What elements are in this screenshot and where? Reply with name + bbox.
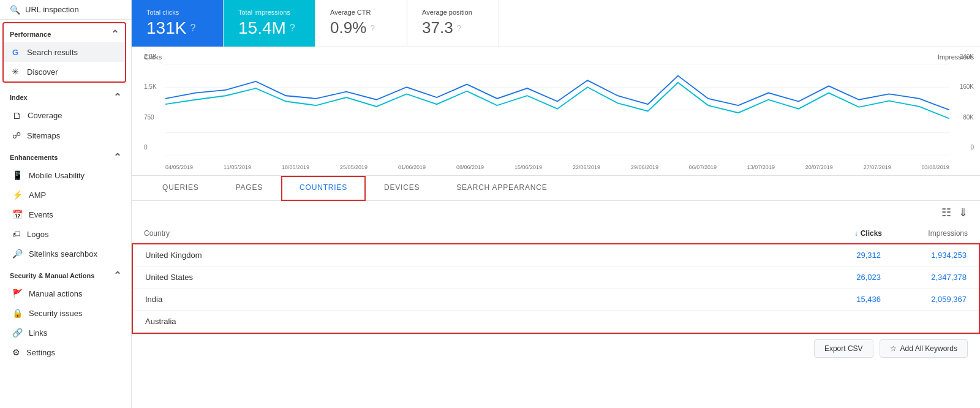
clicks-column-header: ↓ Clicks: [796, 229, 882, 238]
mobile-icon: 📱: [12, 170, 23, 180]
search-results-label: Search results: [27, 48, 78, 57]
table-row: India 15,436 2,059,367: [133, 289, 979, 311]
sitemaps-label: Sitemaps: [27, 131, 60, 140]
tab-pages[interactable]: PAGES: [217, 176, 281, 201]
chevron-up-icon-sec: ⌃: [113, 270, 121, 281]
index-section-header[interactable]: Index ⌃: [0, 85, 131, 105]
logos-label: Logos: [27, 230, 48, 239]
total-impressions-help-icon[interactable]: ?: [290, 23, 295, 34]
avg-position-box: Average position 37.3 ?: [407, 0, 499, 47]
sidebar-item-events[interactable]: 📅 Events: [0, 205, 126, 224]
sidebar-item-url-inspection[interactable]: 🔍 URL inspection: [0, 0, 131, 20]
logos-icon: 🏷: [12, 229, 21, 239]
discover-label: Discover: [27, 67, 58, 77]
manual-actions-label: Manual actions: [29, 289, 82, 298]
table-header: Country ↓ Clicks Impressions: [132, 224, 980, 243]
sidebar-item-discover[interactable]: ✳ Discover: [4, 62, 125, 81]
links-icon: 🔗: [12, 328, 23, 338]
country-name: India: [145, 295, 795, 304]
country-name: United Kingdom: [145, 251, 795, 260]
sidebar-item-manual-actions[interactable]: 🚩 Manual actions: [0, 284, 126, 303]
star-icon: ☆: [890, 344, 897, 353]
coverage-label: Coverage: [28, 111, 62, 120]
sitemaps-icon: ☍: [12, 130, 21, 140]
table-row: Australia: [133, 311, 979, 333]
chart-y-labels-right: 240K 160K 80K 0: [960, 53, 974, 151]
country-column-header: Country: [144, 229, 796, 238]
sidebar-item-links[interactable]: 🔗 Links: [0, 323, 126, 342]
amp-label: AMP: [29, 191, 46, 200]
avg-position-help-icon[interactable]: ?: [457, 23, 462, 33]
chevron-up-icon-index: ⌃: [113, 91, 121, 103]
country-name: Australia: [145, 317, 795, 326]
coverage-icon: 🗋: [12, 110, 21, 121]
country-impressions: 2,347,378: [881, 273, 967, 282]
sidebar-item-security-issues[interactable]: 🔒 Security issues: [0, 303, 126, 323]
events-icon: 📅: [12, 210, 23, 219]
security-section-header[interactable]: Security & Manual Actions ⌃: [0, 263, 131, 284]
country-clicks: 26,023: [795, 273, 881, 282]
country-rows-group: United Kingdom 29,312 1,934,253 United S…: [132, 243, 980, 334]
sidebar-item-mobile-usability[interactable]: 📱 Mobile Usability: [0, 165, 126, 185]
table-row: United Kingdom 29,312 1,934,253: [133, 244, 979, 266]
total-clicks-help-icon[interactable]: ?: [190, 23, 195, 34]
stats-bar: Total clicks 131K ? Total impressions 15…: [132, 0, 980, 47]
sidebar-item-amp[interactable]: ⚡ AMP: [0, 185, 126, 205]
filter-icon[interactable]: ☷: [941, 206, 951, 219]
chevron-up-icon-enh: ⌃: [113, 151, 121, 163]
total-clicks-value: 131K ?: [146, 18, 208, 38]
chart-area: Clicks Impressions 2.3K 1.5K 750 0 240K …: [132, 47, 980, 176]
country-clicks: 29,312: [795, 251, 881, 260]
sidebar-item-sitemaps[interactable]: ☍ Sitemaps: [0, 126, 126, 145]
tab-countries[interactable]: COUNTRIES: [281, 176, 366, 201]
country-clicks: 15,436: [795, 295, 881, 304]
search-icon: 🔍: [10, 5, 20, 15]
avg-ctr-help-icon[interactable]: ?: [370, 23, 375, 33]
sidebar-item-sitelinks-searchbox[interactable]: 🔎 Sitelinks searchbox: [0, 244, 126, 263]
avg-ctr-label: Average CTR: [330, 9, 392, 16]
export-csv-button[interactable]: Export CSV: [814, 339, 873, 358]
total-impressions-label: Total impressions: [238, 9, 300, 16]
sitelinks-label: Sitelinks searchbox: [29, 249, 97, 259]
sort-down-icon[interactable]: ↓: [854, 229, 858, 238]
table-toolbar: ☷ ⇓: [132, 201, 980, 224]
enhancements-label: Enhancements: [10, 154, 58, 161]
events-label: Events: [29, 210, 53, 219]
security-issues-label: Security issues: [29, 309, 82, 318]
sidebar-item-settings[interactable]: ⚙ Settings: [0, 342, 126, 362]
tab-devices[interactable]: DEVICES: [366, 176, 438, 201]
index-label: Index: [10, 94, 28, 101]
performance-group: Performance ⌃ G Search results ✳ Discove…: [2, 22, 126, 83]
add-all-keywords-button[interactable]: ☆ Add All Keywords: [880, 339, 968, 358]
table-row: United States 26,023 2,347,378: [133, 266, 979, 289]
performance-section-header[interactable]: Performance ⌃: [4, 23, 125, 42]
tab-queries[interactable]: QUERIES: [144, 176, 217, 201]
chart-y-labels-left: 2.3K 1.5K 750 0: [144, 53, 157, 151]
total-impressions-value: 15.4M ?: [238, 18, 300, 38]
total-clicks-box: Total clicks 131K ?: [132, 0, 224, 47]
enhancements-section-header[interactable]: Enhancements ⌃: [0, 145, 131, 165]
chart-x-labels: 04/05/2019 11/05/2019 18/05/2019 25/05/2…: [165, 164, 949, 170]
country-impressions: 1,934,253: [881, 251, 967, 260]
country-name: United States: [145, 273, 795, 282]
tabs-row: QUERIES PAGES COUNTRIES DEVICES SEARCH A…: [132, 176, 980, 201]
tab-search-appearance[interactable]: SEARCH APPEARANCE: [438, 176, 565, 201]
avg-ctr-value: 0.9% ?: [330, 18, 392, 37]
main-content: Total clicks 131K ? Total impressions 15…: [132, 0, 980, 408]
chevron-up-icon: ⌃: [111, 28, 119, 40]
chart-svg: [165, 64, 949, 156]
avg-position-label: Average position: [422, 9, 484, 16]
avg-position-value: 37.3 ?: [422, 18, 484, 37]
security-label: Security & Manual Actions: [10, 272, 94, 279]
download-icon[interactable]: ⇓: [959, 206, 968, 219]
links-label: Links: [29, 328, 47, 338]
sidebar-item-logos[interactable]: 🏷 Logos: [0, 224, 126, 244]
sidebar-item-search-results[interactable]: G Search results: [4, 42, 125, 62]
discover-icon: ✳: [10, 66, 21, 77]
settings-label: Settings: [26, 348, 55, 357]
google-icon: G: [10, 47, 21, 58]
manual-actions-icon: 🚩: [12, 289, 23, 298]
bottom-bar: Export CSV ☆ Add All Keywords: [132, 334, 980, 363]
amp-icon: ⚡: [12, 190, 23, 200]
sidebar-item-coverage[interactable]: 🗋 Coverage: [0, 105, 126, 126]
